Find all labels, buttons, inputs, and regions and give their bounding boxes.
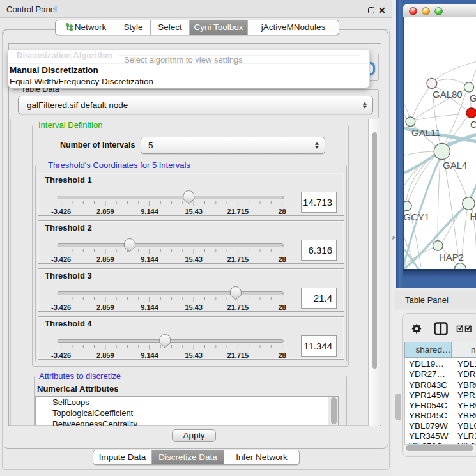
- svg-text:GAL11: GAL11: [411, 127, 441, 138]
- svg-text:GAL80: GAL80: [433, 89, 463, 100]
- svg-text:CR: CR: [470, 119, 476, 130]
- svg-text:GAL: GAL: [470, 93, 476, 104]
- svg-text:GCY1: GCY1: [404, 211, 429, 222]
- svg-text:GAL4: GAL4: [443, 160, 467, 171]
- svg-text:H: H: [470, 211, 476, 222]
- svg-text:HAP2: HAP2: [439, 252, 464, 263]
